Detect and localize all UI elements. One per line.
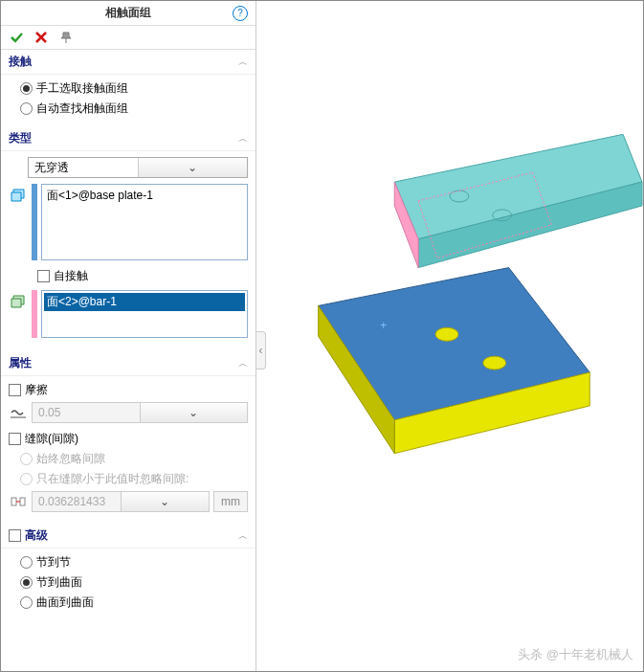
section-type-title: 类型 bbox=[9, 130, 32, 146]
base-plate-part: + bbox=[319, 268, 590, 454]
bar-part bbox=[394, 134, 642, 267]
section-advanced-header[interactable]: 高级 ︿ bbox=[1, 524, 255, 549]
section-type-header[interactable]: 类型 ︿ bbox=[1, 126, 255, 151]
face-icon bbox=[9, 186, 28, 205]
input-value: 0.036281433 bbox=[33, 495, 121, 508]
section-props-title: 属性 bbox=[9, 355, 32, 371]
help-icon[interactable]: ? bbox=[233, 6, 248, 21]
chevron-up-icon: ︿ bbox=[238, 529, 248, 543]
chevron-down-icon: ⌄ bbox=[138, 158, 248, 177]
radio-icon bbox=[20, 82, 33, 95]
checkbox-icon bbox=[9, 384, 21, 396]
cancel-button[interactable] bbox=[33, 30, 49, 45]
input-value: 0.05 bbox=[33, 406, 140, 419]
app-root: 相触面组 ? 接触 ︿ 手工选取接触面组 自动查找相触面组 类型 ︿ 无穿透 ⌄ bbox=[0, 0, 644, 672]
chevron-up-icon: ︿ bbox=[238, 132, 248, 146]
color-indicator-blue bbox=[32, 184, 37, 260]
face-set-2: 面<2>@bar-1 bbox=[9, 290, 248, 338]
face-list-1[interactable]: 面<1>@base plate-1 bbox=[41, 184, 248, 260]
radio-label: 节到曲面 bbox=[36, 574, 82, 591]
gap-unit: mm bbox=[213, 491, 248, 512]
svg-point-10 bbox=[483, 356, 506, 370]
radio-icon bbox=[20, 473, 33, 485]
color-indicator-pink bbox=[32, 290, 37, 338]
friction-icon bbox=[9, 403, 28, 422]
panel-header: 相触面组 ? bbox=[1, 1, 255, 26]
gap-input: 0.036281433 ⌄ bbox=[32, 491, 210, 512]
face-set-1: 面<1>@base plate-1 bbox=[9, 184, 248, 260]
radio-icon bbox=[20, 453, 33, 465]
radio-label: 曲面到曲面 bbox=[36, 594, 94, 611]
panel-title: 相触面组 bbox=[105, 5, 151, 21]
section-contact-header[interactable]: 接触 ︿ bbox=[1, 50, 255, 75]
checkbox-icon bbox=[9, 433, 21, 445]
adv-node-surf-radio[interactable]: 节到曲面 bbox=[9, 572, 248, 593]
checkbox-label: 自接触 bbox=[54, 268, 88, 284]
friction-input: 0.05 ⌄ bbox=[32, 402, 248, 423]
contact-auto-radio[interactable]: 自动查找相触面组 bbox=[9, 99, 248, 119]
gap-always-radio: 始终忽略间隙 bbox=[9, 449, 248, 469]
face-item[interactable]: 面<1>@base plate-1 bbox=[44, 187, 245, 205]
radio-icon bbox=[20, 102, 33, 115]
adv-check-wrap[interactable]: 高级 bbox=[9, 527, 48, 544]
radio-label: 只在缝隙小于此值时忽略间隙: bbox=[36, 471, 189, 487]
watermark: 头杀 @十年老机械人 bbox=[518, 646, 633, 663]
chevron-down-icon: ⌄ bbox=[140, 403, 248, 422]
property-panel: 相触面组 ? 接触 ︿ 手工选取接触面组 自动查找相触面组 类型 ︿ 无穿透 ⌄ bbox=[1, 1, 256, 671]
section-advanced-body: 节到节 节到曲面 曲面到曲面 bbox=[1, 549, 255, 620]
section-contact-title: 接触 bbox=[9, 54, 32, 70]
svg-rect-3 bbox=[11, 498, 16, 505]
checkbox-icon bbox=[37, 270, 50, 282]
section-props-body: 摩擦 0.05 ⌄ 缝隙(间隙) 始终忽略间隙 只在缝隙小于此值时忽略间隙: bbox=[1, 376, 255, 524]
gap-threshold-radio: 只在缝隙小于此值时忽略间隙: bbox=[9, 469, 248, 489]
friction-value-row: 0.05 ⌄ bbox=[9, 402, 248, 423]
action-bar bbox=[1, 26, 255, 50]
gap-check[interactable]: 缝隙(间隙) bbox=[9, 429, 248, 449]
face-item-selected[interactable]: 面<2>@bar-1 bbox=[44, 293, 245, 311]
gap-value-row: 0.036281433 ⌄ mm bbox=[9, 491, 248, 512]
svg-text:+: + bbox=[380, 319, 387, 332]
radio-label: 自动查找相触面组 bbox=[36, 101, 128, 117]
checkbox-label: 摩擦 bbox=[25, 382, 48, 398]
section-advanced-title: 高级 bbox=[25, 527, 48, 544]
adv-node-node-radio[interactable]: 节到节 bbox=[9, 552, 248, 572]
svg-rect-4 bbox=[20, 498, 25, 505]
ok-button[interactable] bbox=[9, 30, 24, 45]
combo-value: 无穿透 bbox=[29, 160, 138, 176]
panel-toggle[interactable]: ‹ bbox=[256, 331, 266, 370]
contact-manual-radio[interactable]: 手工选取接触面组 bbox=[9, 78, 248, 99]
viewport-3d[interactable]: + 头杀 @十年老机械人 bbox=[256, 1, 643, 671]
section-type-body: 无穿透 ⌄ 面<1>@base plate-1 自接触 面<2>@bar-1 bbox=[1, 151, 255, 351]
chevron-up-icon: ︿ bbox=[238, 357, 248, 370]
checkbox-icon bbox=[9, 529, 21, 542]
radio-label: 手工选取接触面组 bbox=[36, 80, 128, 97]
pin-button[interactable] bbox=[58, 30, 74, 45]
scene-3d: + bbox=[256, 1, 643, 668]
chevron-up-icon: ︿ bbox=[238, 56, 248, 69]
face-icon bbox=[9, 292, 28, 311]
face-list-2[interactable]: 面<2>@bar-1 bbox=[41, 290, 248, 338]
self-contact-check[interactable]: 自接触 bbox=[9, 266, 248, 286]
radio-label: 始终忽略间隙 bbox=[36, 451, 105, 467]
svg-point-9 bbox=[435, 327, 458, 341]
radio-label: 节到节 bbox=[36, 554, 71, 571]
checkbox-label: 缝隙(间隙) bbox=[25, 431, 78, 447]
chevron-down-icon: ⌄ bbox=[121, 492, 210, 511]
radio-icon bbox=[20, 576, 33, 589]
radio-icon bbox=[20, 556, 33, 569]
section-props-header[interactable]: 属性 ︿ bbox=[1, 351, 255, 376]
friction-check[interactable]: 摩擦 bbox=[9, 380, 248, 400]
section-contact-body: 手工选取接触面组 自动查找相触面组 bbox=[1, 75, 255, 126]
type-combo[interactable]: 无穿透 ⌄ bbox=[28, 157, 248, 178]
gap-icon bbox=[9, 492, 28, 511]
adv-surf-surf-radio[interactable]: 曲面到曲面 bbox=[9, 593, 248, 613]
radio-icon bbox=[20, 596, 33, 609]
